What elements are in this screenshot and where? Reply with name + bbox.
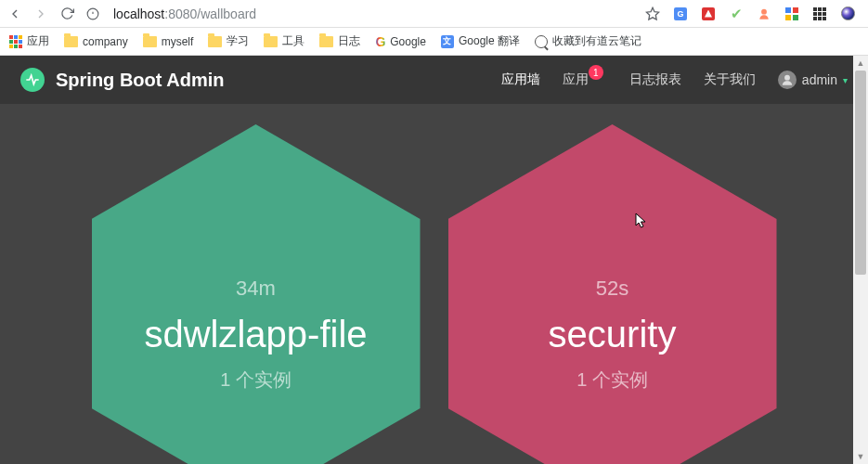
svg-marker-3 bbox=[646, 7, 658, 19]
apps-label: 应用 bbox=[27, 33, 49, 49]
nav-wallboard[interactable]: 应用墙 bbox=[501, 71, 540, 88]
scroll-down-icon[interactable]: ▼ bbox=[853, 449, 868, 464]
bookmark-label: myself bbox=[162, 35, 194, 48]
apps-grid-icon bbox=[9, 35, 22, 48]
bookmark-google-translate[interactable]: 文 Google 翻译 bbox=[441, 33, 520, 49]
bookmark-label: 日志 bbox=[338, 33, 360, 49]
nav-label: 日志报表 bbox=[629, 71, 681, 88]
folder-icon bbox=[64, 36, 78, 47]
bookmark-study[interactable]: 学习 bbox=[208, 33, 249, 49]
site-info-icon[interactable] bbox=[85, 6, 100, 21]
bookmark-label: 工具 bbox=[282, 33, 304, 49]
brand-logo-icon bbox=[20, 68, 45, 92]
bookmark-myself[interactable]: myself bbox=[143, 35, 194, 48]
toolbar-right-icons: G ✔ bbox=[645, 6, 855, 21]
translate-ext-icon[interactable]: G bbox=[673, 6, 688, 21]
folder-icon bbox=[208, 36, 222, 47]
extension-icon-5[interactable] bbox=[812, 6, 827, 21]
app-tile-security[interactable]: 52s security 1 个实例 bbox=[448, 124, 777, 464]
app-navbar: Spring Boot Admin 应用墙 应用 1 日志报表 关于我们 adm… bbox=[0, 56, 868, 104]
browser-toolbar: localhost:8080/wallboard G ✔ bbox=[0, 0, 868, 28]
bookmark-tools[interactable]: 工具 bbox=[264, 33, 304, 49]
nav-label: 应用 bbox=[563, 71, 589, 88]
bookmark-company[interactable]: company bbox=[64, 35, 128, 48]
bookmark-label: Google bbox=[390, 35, 426, 48]
bookmarks-bar: 应用 company myself 学习 工具 日志 G Google 文 Go… bbox=[0, 28, 868, 56]
nav-label: 应用墙 bbox=[501, 71, 540, 88]
bookmark-label: company bbox=[83, 35, 128, 48]
nav-journal[interactable]: 日志报表 bbox=[629, 71, 681, 88]
bookmark-google[interactable]: G Google bbox=[375, 34, 426, 49]
url-port: :8080 bbox=[164, 6, 197, 21]
bookmark-label: 收藏到有道云笔记 bbox=[552, 33, 641, 49]
brand-title: Spring Boot Admin bbox=[56, 70, 224, 91]
wallboard: 34m sdwlzlapp-file 1 个实例 52s security 1 … bbox=[0, 104, 868, 464]
folder-icon bbox=[319, 36, 333, 47]
reload-icon[interactable] bbox=[59, 6, 74, 21]
google-icon: G bbox=[375, 34, 385, 49]
scroll-up-icon[interactable]: ▲ bbox=[853, 56, 868, 71]
svg-point-4 bbox=[761, 8, 767, 14]
bookmark-label: Google 翻译 bbox=[459, 33, 520, 49]
avatar-icon bbox=[778, 71, 797, 89]
user-name: admin bbox=[802, 72, 837, 87]
app-name: security bbox=[549, 314, 677, 355]
profile-icon[interactable] bbox=[840, 6, 855, 21]
bookmark-label: 学习 bbox=[227, 33, 249, 49]
brand[interactable]: Spring Boot Admin bbox=[20, 68, 224, 92]
bookmark-logs[interactable]: 日志 bbox=[319, 33, 360, 49]
extension-icon-1[interactable] bbox=[701, 6, 716, 21]
star-icon[interactable] bbox=[645, 6, 660, 21]
app-tile-sdwlzlapp-file[interactable]: 34m sdwlzlapp-file 1 个实例 bbox=[92, 124, 421, 464]
folder-icon bbox=[264, 36, 278, 47]
nav-label: 关于我们 bbox=[704, 71, 756, 88]
nav-items: 应用墙 应用 1 日志报表 关于我们 admin ▾ bbox=[501, 71, 848, 89]
translate-icon: 文 bbox=[441, 35, 454, 48]
extension-icon-2[interactable]: ✔ bbox=[729, 6, 744, 21]
app-name: sdwlzlapp-file bbox=[144, 314, 367, 355]
notification-badge: 1 bbox=[589, 65, 603, 80]
url-path: /wallboard bbox=[197, 6, 256, 21]
app-uptime: 34m bbox=[236, 277, 276, 301]
apps-button[interactable]: 应用 bbox=[9, 33, 49, 49]
bookmark-youdao[interactable]: 收藏到有道云笔记 bbox=[535, 33, 641, 49]
app-instances: 1 个实例 bbox=[577, 367, 648, 393]
extension-icon-3[interactable] bbox=[757, 6, 771, 21]
youdao-icon bbox=[535, 35, 548, 48]
app-instances: 1 个实例 bbox=[220, 367, 291, 393]
svg-point-5 bbox=[784, 75, 790, 81]
vertical-scrollbar[interactable]: ▲ ▼ bbox=[853, 56, 868, 464]
address-bar[interactable]: localhost:8080/wallboard bbox=[111, 6, 634, 21]
extension-icon-4[interactable] bbox=[784, 6, 799, 21]
forward-icon[interactable] bbox=[33, 6, 48, 21]
user-menu[interactable]: admin ▾ bbox=[778, 71, 848, 89]
scroll-thumb[interactable] bbox=[855, 71, 866, 275]
back-icon[interactable] bbox=[7, 6, 22, 21]
url-host: localhost bbox=[113, 6, 164, 21]
nav-applications[interactable]: 应用 1 bbox=[563, 71, 607, 88]
folder-icon bbox=[143, 36, 157, 47]
chevron-down-icon: ▾ bbox=[843, 75, 848, 85]
app-uptime: 52s bbox=[596, 277, 628, 301]
nav-about[interactable]: 关于我们 bbox=[704, 71, 756, 88]
